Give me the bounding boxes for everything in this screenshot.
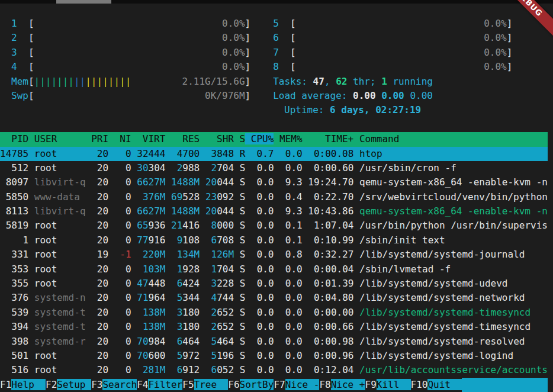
process-row-398[interactable]: 398 systemd-r 20 0 70984 6464 5464 S 0.0… — [0, 335, 548, 349]
cpu-meter-7-value: 0.0% — [484, 46, 507, 60]
load-average: Load average: 0.00 0.00 0.00 — [273, 89, 433, 103]
cpu-meter-1-value: 0.0% — [222, 17, 245, 31]
cpu-meter-2-value: 0.0% — [222, 31, 245, 45]
process-row-376[interactable]: 376 systemd-n 20 0 71964 5344 4744 S 0.0… — [0, 291, 548, 305]
process-row-353[interactable]: 353 root 20 0 103M 1928 1704 S 0.0 0.0 0… — [0, 262, 548, 277]
process-row-331[interactable]: 331 root 19 -1 220M 134M 126M S 0.0 0.8 … — [0, 248, 548, 262]
function-key-bar: F1Help F2Setup F3SearchF4FilterF5Tree F6… — [0, 378, 548, 392]
process-row-14785[interactable]: 14785 root 20 0 32444 4700 3848 R 0.7 0.… — [0, 147, 548, 161]
cpu-meter-6: 6 [0.0%] — [273, 31, 512, 45]
process-row-355[interactable]: 355 root 20 0 47448 6424 3228 S 0.0 0.0 … — [0, 277, 548, 291]
cpu-meter-4-value: 0.0% — [222, 60, 245, 74]
process-table: 14785 root 20 0 32444 4700 3848 R 0.7 0.… — [0, 147, 553, 378]
memory-meter: Mem[|||||||||||||||||2.11G/15.6G] — [11, 75, 250, 89]
process-row-8097[interactable]: 8097 libvirt-q 20 0 6627M 1488M 20044 S … — [0, 175, 548, 189]
fkey-f10[interactable]: F10Quit — [411, 378, 462, 392]
cpu-meter-1: 1 [0.0%] — [11, 17, 250, 31]
cpu-meter-2: 2 [0.0%] — [11, 31, 250, 45]
fkey-f3[interactable]: F3Search — [91, 378, 137, 392]
memory-meter-bars: ||||||||||||||||| — [34, 75, 131, 89]
cpu-meter-3: 3 [0.0%] — [11, 46, 250, 60]
cpu-meter-3-value: 0.0% — [222, 46, 245, 60]
cpu-meter-5-value: 0.0% — [484, 17, 507, 31]
memory-meter-value: 2.11G/15.6G — [182, 75, 245, 89]
process-row-5850[interactable]: 5850 www-data 20 0 376M 69528 23092 S 0.… — [0, 190, 548, 204]
cpu-meter-8: 8 [0.0%] — [273, 60, 512, 74]
fkey-f1[interactable]: F1Help — [0, 378, 46, 392]
table-header-row[interactable]: PID USER PRI NI VIRT RES SHR S CPU% MEM%… — [0, 132, 548, 146]
terminal-window: 1 [0.0%]5 [0.0%]2 [0.0%]6 [0.0%]3 [0.0%]… — [0, 0, 553, 392]
fkey-f2[interactable]: F2Setup — [46, 378, 91, 392]
process-row-1[interactable]: 1 root 20 0 77916 9108 6708 S 0.0 0.1 0:… — [0, 233, 548, 248]
fkey-f5[interactable]: F5Tree — [182, 378, 228, 392]
process-row-394[interactable]: 394 systemd-t 20 0 138M 3180 2652 S 0.0 … — [0, 320, 548, 334]
cpu-meter-8-value: 0.0% — [484, 60, 507, 74]
htop-terminal: 1 [0.0%]5 [0.0%]2 [0.0%]6 [0.0%]3 [0.0%]… — [0, 4, 553, 392]
process-row-539[interactable]: 539 systemd-t 20 0 138M 3180 2652 S 0.0 … — [0, 306, 548, 320]
cpu-meter-5: 5 [0.0%] — [273, 17, 512, 31]
cpu-meter-4: 4 [0.0%] — [11, 60, 250, 74]
cpu-meter-7: 7 [0.0%] — [273, 46, 512, 60]
uptime: Uptime: 6 days, 02:27:19 — [284, 103, 421, 117]
column-headers-left[interactable]: PID USER PRI NI VIRT RES SHR S — [0, 133, 245, 144]
process-row-8113[interactable]: 8113 libvirt-q 20 0 6627M 1488M 20044 S … — [0, 204, 548, 219]
swap-meter: Swp[0K/976M] — [11, 89, 250, 103]
cpu-meter-6-value: 0.0% — [484, 31, 507, 45]
process-row-501[interactable]: 501 root 20 0 70600 5972 5196 S 0.0 0.0 … — [0, 349, 548, 363]
fkey-f9[interactable]: F9Kill — [365, 378, 411, 392]
process-row-512[interactable]: 512 root 20 0 30304 2988 2704 S 0.0 0.0 … — [0, 161, 548, 175]
swap-meter-value: 0K/976M — [205, 89, 245, 103]
column-header-sort-cpu[interactable]: CPU% — [245, 133, 274, 144]
column-headers-right[interactable]: MEM% TIME+ Command — [274, 133, 399, 144]
process-row-516[interactable]: 516 root 20 0 281M 6912 6052 S 0.0 0.0 0… — [0, 363, 548, 377]
fkey-f4[interactable]: F4Filter — [137, 378, 182, 392]
fkey-bar-filler — [462, 378, 548, 392]
fkey-f8[interactable]: F8Nice + — [319, 378, 365, 392]
fkey-f6[interactable]: F6SortBy — [228, 378, 274, 392]
process-row-5819[interactable]: 5819 root 20 0 65936 21416 8000 S 0.0 0.… — [0, 219, 548, 233]
terminal-top-padding — [0, 4, 553, 17]
tasks-summary: Tasks: 47, 62 thr; 1 running — [273, 75, 433, 89]
fkey-f7[interactable]: F7Nice - — [274, 378, 319, 392]
meter-area: 1 [0.0%]5 [0.0%]2 [0.0%]6 [0.0%]3 [0.0%]… — [0, 17, 553, 132]
